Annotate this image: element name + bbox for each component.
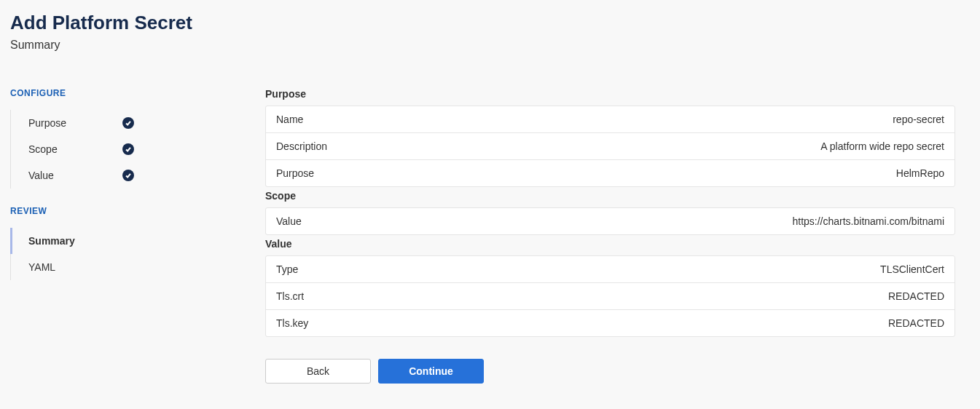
sidebar-item-yaml[interactable]: YAML: [10, 254, 236, 280]
table-row: Type TLSClientCert: [266, 256, 954, 283]
value-table: Type TLSClientCert Tls.crt REDACTED Tls.…: [265, 255, 955, 337]
section-title-value: Value: [265, 238, 955, 250]
page-title: Add Platform Secret: [10, 12, 970, 34]
table-key: Purpose: [276, 167, 314, 179]
section-title-purpose: Purpose: [265, 88, 955, 100]
table-row: Tls.crt REDACTED: [266, 283, 954, 310]
check-circle-icon: [122, 170, 134, 181]
table-row: Value https://charts.bitnami.com/bitnami: [266, 208, 954, 234]
scope-table: Value https://charts.bitnami.com/bitnami: [265, 207, 955, 235]
purpose-table: Name repo-secret Description A platform …: [265, 106, 955, 187]
table-row: Name repo-secret: [266, 106, 954, 133]
table-key: Value: [276, 215, 302, 227]
table-key: Tls.crt: [276, 290, 304, 302]
sidebar-item-purpose[interactable]: Purpose: [10, 110, 236, 136]
button-row: Back Continue: [265, 359, 955, 384]
table-row: Description A platform wide repo secret: [266, 133, 954, 160]
sidebar-item-summary[interactable]: Summary: [10, 228, 236, 254]
sidebar-review-list: Summary YAML: [10, 228, 236, 280]
table-value: https://charts.bitnami.com/bitnami: [792, 215, 944, 227]
sidebar-item-label: Summary: [28, 235, 75, 247]
sidebar: CONFIGURE Purpose Scope Value: [10, 88, 236, 384]
table-key: Type: [276, 263, 298, 275]
table-row: Purpose HelmRepo: [266, 160, 954, 186]
scope-section: Scope Value https://charts.bitnami.com/b…: [265, 190, 955, 235]
sidebar-configure-list: Purpose Scope Value: [10, 110, 236, 188]
continue-button[interactable]: Continue: [378, 359, 484, 384]
sidebar-section-review: REVIEW: [10, 206, 236, 216]
purpose-section: Purpose Name repo-secret Description A p…: [265, 88, 955, 187]
check-circle-icon: [122, 143, 134, 155]
table-row: Tls.key REDACTED: [266, 310, 954, 336]
table-key: Description: [276, 140, 327, 152]
check-circle-icon: [122, 117, 134, 129]
table-key: Name: [276, 114, 303, 125]
value-section: Value Type TLSClientCert Tls.crt REDACTE…: [265, 238, 955, 337]
back-button[interactable]: Back: [265, 359, 371, 384]
sidebar-item-label: Purpose: [28, 117, 66, 129]
table-value: REDACTED: [888, 317, 944, 329]
sidebar-section-configure: CONFIGURE: [10, 88, 236, 98]
page-subtitle: Summary: [10, 39, 970, 52]
table-key: Tls.key: [276, 317, 308, 329]
sidebar-item-label: YAML: [28, 261, 55, 273]
sidebar-item-label: Value: [28, 170, 54, 181]
main-content: Purpose Name repo-secret Description A p…: [265, 88, 970, 384]
table-value: repo-secret: [893, 114, 944, 125]
sidebar-item-value[interactable]: Value: [10, 162, 236, 188]
table-value: HelmRepo: [896, 167, 944, 179]
sidebar-item-label: Scope: [28, 143, 58, 155]
section-title-scope: Scope: [265, 190, 955, 202]
table-value: A platform wide repo secret: [820, 140, 944, 152]
table-value: REDACTED: [888, 290, 944, 302]
sidebar-item-scope[interactable]: Scope: [10, 136, 236, 162]
table-value: TLSClientCert: [880, 263, 944, 275]
